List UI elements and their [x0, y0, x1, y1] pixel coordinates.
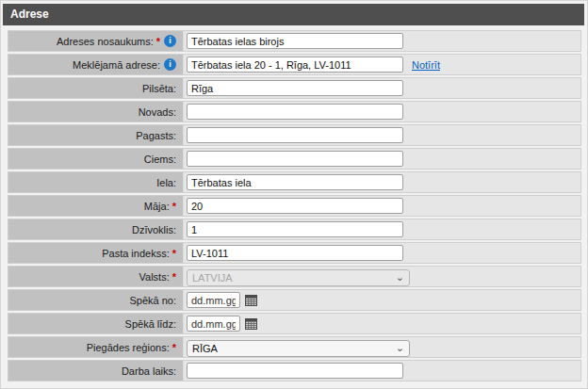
speka-lidz-date-input[interactable]	[187, 316, 240, 332]
field-label: Adreses nosaukums:	[57, 36, 154, 47]
field-label: Māja:	[144, 201, 170, 212]
valsts-select: LATVIJA	[187, 269, 410, 286]
field-row-pasta-indekss: Pasta indekss: *	[8, 242, 581, 264]
meklejama-adrese-input[interactable]	[187, 57, 403, 73]
field-label-cell: Dzīvoklis:	[8, 219, 184, 239]
field-label: Pasta indekss:	[102, 248, 170, 259]
pilseta-input[interactable]	[187, 80, 403, 96]
field-input-cell	[184, 31, 580, 51]
field-label-cell: Darba laiks:	[8, 361, 184, 381]
field-row-darba-laiks: Darba laiks:	[8, 360, 581, 381]
ciems-input[interactable]	[187, 151, 403, 167]
field-row-dzivoklis: Dzīvoklis:	[8, 219, 581, 240]
field-label: Ciems:	[144, 154, 176, 165]
dzivoklis-input[interactable]	[187, 221, 403, 237]
required-marker: *	[172, 201, 176, 212]
field-label-cell: Novads:	[8, 102, 184, 122]
field-label: Iela:	[156, 177, 176, 188]
field-label-cell: Adreses nosaukums: * i	[8, 31, 184, 51]
piegades-regions-select[interactable]: RĪGA	[187, 340, 410, 357]
maja-input[interactable]	[187, 198, 403, 214]
adreses-nosaukums-input[interactable]	[187, 33, 403, 49]
required-marker: *	[172, 271, 176, 283]
required-marker: *	[172, 248, 176, 259]
field-label: Meklējamā adrese:	[73, 59, 160, 71]
field-input-cell	[184, 290, 580, 310]
valsts-select-wrap: LATVIJA ⌄	[187, 268, 410, 285]
field-row-adreses-nosaukums: Adreses nosaukums: * i	[8, 30, 581, 52]
info-icon[interactable]: i	[164, 35, 176, 47]
field-input-cell	[184, 243, 580, 263]
field-label-cell: Iela:	[8, 172, 184, 192]
field-row-ciems: Ciems:	[8, 148, 581, 170]
field-row-piegades-regions: Piegādes reģions: * RĪGA ⌄	[8, 336, 581, 358]
field-input-cell	[184, 125, 580, 145]
pasta-indekss-input[interactable]	[187, 245, 403, 261]
piegades-regions-select-wrap: RĪGA ⌄	[187, 339, 410, 356]
field-label: Dzīvoklis:	[132, 224, 176, 235]
field-label-cell: Spēkā no:	[8, 290, 184, 310]
field-input-cell	[184, 78, 580, 98]
field-input-cell	[184, 102, 580, 122]
info-icon[interactable]: i	[164, 58, 176, 71]
field-input-cell	[184, 314, 580, 333]
field-row-meklejama-adrese: Meklējamā adrese: i Notīrīt	[8, 54, 581, 75]
field-label: Pagasts:	[136, 130, 176, 141]
field-label-cell: Māja: *	[8, 196, 184, 216]
novads-input[interactable]	[187, 104, 403, 120]
field-row-pilseta: Pilsēta:	[8, 77, 581, 99]
panel-title: Adrese	[3, 4, 584, 25]
darba-laiks-input[interactable]	[187, 363, 403, 379]
field-label-cell: Valsts: *	[8, 267, 184, 286]
field-label-cell: Pilsēta:	[8, 78, 184, 98]
field-label: Valsts:	[139, 271, 170, 283]
field-input-cell	[184, 149, 580, 169]
clear-address-link[interactable]: Notīrīt	[412, 59, 440, 71]
field-label-cell: Piegādes reģions: *	[8, 337, 184, 357]
field-input-cell	[184, 172, 580, 192]
pagasts-input[interactable]	[187, 127, 403, 143]
field-row-speka-no: Spēkā no:	[8, 289, 581, 311]
field-label: Darba laiks:	[122, 365, 176, 377]
field-input-cell: LATVIJA ⌄	[184, 267, 580, 286]
field-input-cell: Notīrīt	[184, 55, 580, 74]
address-form-panel: Adrese Adreses nosaukums: * i Meklējamā …	[0, 0, 588, 389]
field-row-maja: Māja: *	[8, 195, 581, 217]
field-input-cell	[184, 219, 580, 239]
field-label: Pilsēta:	[142, 83, 176, 94]
field-row-valsts: Valsts: * LATVIJA ⌄	[8, 266, 581, 287]
field-label: Spēkā no:	[129, 295, 176, 306]
speka-no-date-input[interactable]	[187, 292, 240, 308]
calendar-icon[interactable]	[245, 318, 257, 330]
field-input-cell	[184, 196, 580, 216]
calendar-icon[interactable]	[245, 295, 257, 306]
field-input-cell: RĪGA ⌄	[184, 337, 580, 357]
field-row-novads: Novads:	[8, 101, 581, 122]
field-row-iela: Iela:	[8, 171, 581, 193]
field-label-cell: Pagasts:	[8, 125, 184, 145]
field-input-cell	[184, 361, 580, 381]
field-label: Piegādes reģions:	[87, 342, 170, 353]
field-label: Novads:	[139, 106, 176, 118]
field-label-cell: Meklējamā adrese: i	[8, 55, 184, 74]
field-row-pagasts: Pagasts:	[8, 124, 581, 146]
field-label-cell: Ciems:	[8, 149, 184, 169]
required-marker: *	[156, 36, 160, 47]
field-label-cell: Spēkā līdz:	[8, 314, 184, 333]
iela-input[interactable]	[187, 174, 403, 190]
field-row-speka-lidz: Spēkā līdz:	[8, 313, 581, 334]
required-marker: *	[172, 342, 176, 353]
field-label-cell: Pasta indekss: *	[8, 243, 184, 263]
field-label: Spēkā līdz:	[125, 318, 176, 330]
